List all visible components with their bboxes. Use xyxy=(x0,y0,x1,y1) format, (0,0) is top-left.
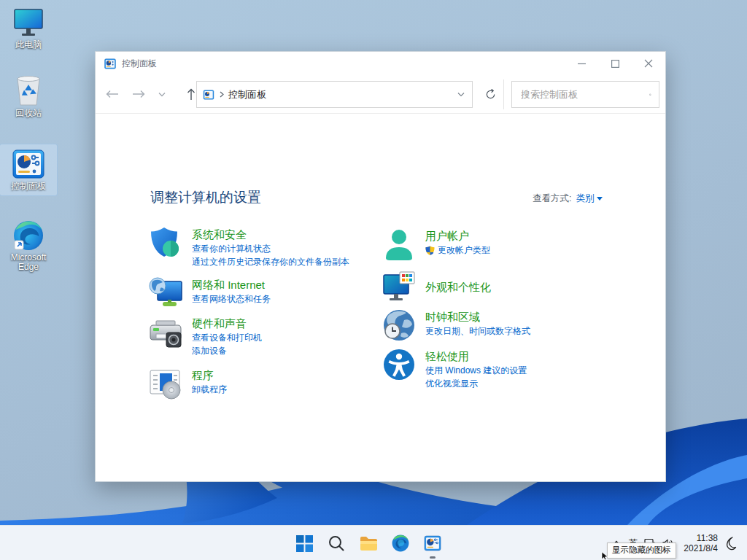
edge-logo-icon xyxy=(0,219,57,251)
category-link[interactable]: 通过文件历史记录保存你的文件备份副本 xyxy=(192,256,349,268)
desktop-icon-control-panel[interactable]: 控制面板 xyxy=(0,144,57,195)
desktop-icon-this-pc[interactable]: 此电脑 xyxy=(0,6,57,50)
address-control-panel-icon xyxy=(203,90,214,100)
tooltip-show-hidden-icons: 显示隐藏的图标 xyxy=(607,542,676,559)
control-panel-content: 调整计算机的设置 查看方式: 类别 系统和安全 查看你的计算机状态 通过文件历史… xyxy=(96,114,665,482)
navbar-divider xyxy=(503,79,504,109)
desktop-icon-edge[interactable]: Microsoft Edge xyxy=(0,219,57,272)
clock-region-globe-icon xyxy=(382,308,416,342)
taskbar-edge-button[interactable] xyxy=(391,534,410,553)
active-app-indicator xyxy=(430,556,436,559)
minimize-button[interactable] xyxy=(565,52,598,75)
close-button[interactable] xyxy=(632,52,665,75)
recycle-bin-icon xyxy=(0,74,57,106)
category-programs: 程序 卸载程序 xyxy=(149,367,375,400)
category-user-accounts: 用户帐户 更改帐户类型 xyxy=(382,228,608,261)
mouse-cursor xyxy=(601,552,608,560)
category-link[interactable]: 更改日期、时间或数字格式 xyxy=(425,325,530,338)
category-clock-region: 时钟和区域 更改日期、时间或数字格式 xyxy=(382,308,608,342)
back-button[interactable] xyxy=(101,90,123,98)
category-link[interactable]: 查看网络状态和任务 xyxy=(192,293,271,306)
category-ease-of-access: 轻松使用 使用 Windows 建议的设置 优化视觉显示 xyxy=(382,348,608,390)
breadcrumb[interactable]: 控制面板 xyxy=(228,88,266,101)
window-title: 控制面板 xyxy=(122,58,157,70)
window-control-panel-icon xyxy=(104,58,116,69)
this-pc-monitor-icon xyxy=(0,6,57,38)
focus-assist-moon-icon[interactable] xyxy=(725,536,738,551)
view-by-caret-icon xyxy=(597,197,603,201)
view-by-control: 查看方式: 类别 xyxy=(533,192,603,205)
category-title[interactable]: 用户帐户 xyxy=(425,229,490,244)
security-shield-icon xyxy=(149,226,182,260)
category-link[interactable]: 添加设备 xyxy=(192,345,262,357)
ease-of-access-icon xyxy=(382,348,416,381)
category-title[interactable]: 硬件和声音 xyxy=(192,316,262,331)
address-dropdown-chevron-icon[interactable] xyxy=(457,92,465,97)
category-title[interactable]: 系统和安全 xyxy=(192,228,349,242)
taskbar-search-button[interactable] xyxy=(327,534,346,553)
desktop-icon-label: 回收站 xyxy=(0,109,57,118)
desktop-icon-label: 控制面板 xyxy=(0,182,57,191)
desktop-icon-recycle-bin[interactable]: 回收站 xyxy=(0,74,57,118)
start-button[interactable] xyxy=(295,534,314,553)
clock-time: 11:38 xyxy=(684,533,718,543)
page-title: 调整计算机的设置 xyxy=(150,188,261,207)
network-globe-monitor-icon xyxy=(149,276,182,310)
category-link[interactable]: 更改帐户类型 xyxy=(425,244,490,257)
category-hardware-sound: 硬件和声音 查看设备和打印机 添加设备 xyxy=(149,315,375,357)
taskbar-control-panel-button[interactable] xyxy=(423,534,442,553)
category-link[interactable]: 卸载程序 xyxy=(192,384,227,396)
category-link[interactable]: 查看设备和打印机 xyxy=(192,332,262,344)
category-link[interactable]: 使用 Windows 建议的设置 xyxy=(425,365,527,377)
category-appearance-personalization: 外观和个性化 xyxy=(382,271,608,304)
category-title[interactable]: 网络和 Internet xyxy=(192,278,271,292)
taskbar-clock[interactable]: 11:38 2021/8/4 xyxy=(684,533,718,553)
taskbar-file-explorer-button[interactable] xyxy=(359,534,378,553)
search-box[interactable] xyxy=(511,81,659,108)
titlebar[interactable]: 控制面板 xyxy=(96,52,665,75)
category-link[interactable]: 查看你的计算机状态 xyxy=(192,243,349,255)
desktop-icon-label: Microsoft Edge xyxy=(0,253,57,272)
category-link[interactable]: 优化视觉显示 xyxy=(425,378,527,390)
printer-speaker-icon xyxy=(149,315,182,349)
view-by-dropdown[interactable]: 类别 xyxy=(576,192,603,205)
user-account-icon xyxy=(382,228,416,261)
category-network-internet: 网络和 Internet 查看网络状态和任务 xyxy=(149,276,375,310)
address-bar[interactable]: 控制面板 xyxy=(196,81,473,108)
navigation-bar: 控制面板 xyxy=(96,75,665,114)
category-title[interactable]: 程序 xyxy=(192,368,227,383)
control-panel-icon xyxy=(0,147,57,179)
maximize-button[interactable] xyxy=(598,52,632,75)
forward-button[interactable] xyxy=(128,90,150,98)
refresh-button[interactable] xyxy=(478,81,503,108)
desktop-icon-label: 此电脑 xyxy=(0,40,57,50)
programs-disc-icon xyxy=(149,367,182,400)
search-input[interactable] xyxy=(521,89,649,100)
recent-pages-chevron-icon[interactable] xyxy=(151,92,173,97)
uac-shield-icon xyxy=(425,246,435,255)
category-title[interactable]: 时钟和区域 xyxy=(425,310,530,324)
category-title[interactable]: 轻松使用 xyxy=(425,349,527,364)
search-icon[interactable] xyxy=(649,90,651,100)
view-by-label: 查看方式: xyxy=(533,192,571,205)
clock-date: 2021/8/4 xyxy=(684,543,718,553)
category-title[interactable]: 外观和个性化 xyxy=(425,280,491,295)
category-system-security: 系统和安全 查看你的计算机状态 通过文件历史记录保存你的文件备份副本 xyxy=(149,226,375,268)
breadcrumb-chevron-icon xyxy=(220,91,224,98)
personalization-monitor-icon xyxy=(382,271,416,304)
control-panel-window: 控制面板 xyxy=(95,51,666,482)
